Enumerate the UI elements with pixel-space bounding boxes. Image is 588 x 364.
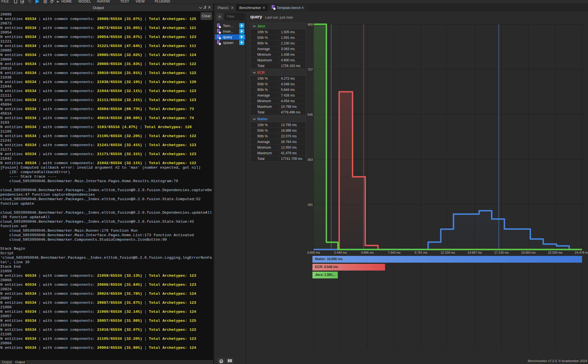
svg-text:181: 181 [308,203,313,206]
svg-text:2.448 ms: 2.448 ms [334,251,347,254]
svg-text:4.896 ms: 4.896 ms [361,251,374,254]
svg-text:17.135 ms: 17.135 ms [494,251,509,254]
svg-text:0.000 ms: 0.000 ms [307,251,320,254]
svg-text:363: 363 [308,158,313,161]
svg-text:727: 727 [308,68,313,71]
svg-text:14.687 ms: 14.687 ms [468,251,482,254]
svg-text:7.343 ms: 7.343 ms [388,251,401,254]
svg-text:12.239 ms: 12.239 ms [441,251,455,254]
svg-text:9.791 ms: 9.791 ms [415,251,428,254]
svg-text:909: 909 [308,23,313,26]
svg-text:545: 545 [308,113,313,116]
svg-text:19.583 ms: 19.583 ms [521,251,536,254]
svg-text:24.478 ms: 24.478 ms [575,251,588,254]
svg-text:22.030 ms: 22.030 ms [548,251,563,254]
